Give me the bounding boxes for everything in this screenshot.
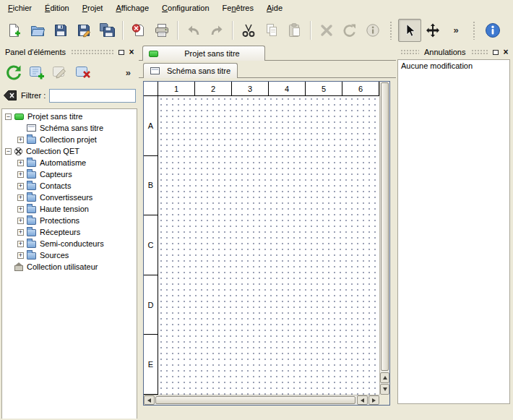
new-document-button[interactable] [3,19,26,42]
scroll-right-button[interactable] [368,395,379,405]
clear-filter-button[interactable] [3,90,17,101]
panel-overflow-button[interactable]: » [124,67,133,78]
about-button[interactable] [481,19,504,42]
tree-item-label: Collection utilisateur [27,262,98,271]
column-headers: 123456 [158,82,379,96]
tree-item-capteurs[interactable]: +Capteurs [2,168,137,180]
dock-handle[interactable] [471,49,489,55]
main-toolbar: » [0,15,513,45]
minus-expander-icon[interactable]: − [5,113,12,120]
menu-aide[interactable]: Aide [260,1,289,14]
folder-icon [27,229,36,236]
plus-expander-icon[interactable]: + [17,137,24,143]
elements-panel-titlebar[interactable]: Panel d'éléments × [2,46,137,58]
folder-icon [27,183,36,190]
row-header-d: D [144,275,158,335]
plus-expander-icon[interactable]: + [17,206,24,213]
elements-tree[interactable]: −Projet sans titreSchéma sans titre+Coll… [1,108,137,419]
undo-button[interactable] [182,19,205,42]
pan-mode-button[interactable] [421,19,444,42]
redo-button[interactable] [205,19,228,42]
minus-expander-icon[interactable]: − [5,148,12,155]
edit-element-button[interactable] [49,61,71,83]
edit-element-icon [51,64,69,81]
save-as-button[interactable] [72,19,95,42]
menu-fenetres[interactable]: Fenêtres [216,1,260,14]
print-button[interactable] [150,19,173,42]
paste-button[interactable] [283,19,306,42]
diagram-view[interactable]: 123456 ABCDE [143,81,390,406]
delete-element-button[interactable] [72,61,94,83]
select-mode-button[interactable] [398,19,421,42]
plus-expander-icon[interactable]: + [17,171,24,178]
project-tab-label: Projet sans titre [165,49,259,58]
tree-item-sources[interactable]: +Sources [2,249,137,261]
dock-float-button[interactable] [491,48,501,57]
plus-expander-icon[interactable]: + [17,183,24,189]
vertical-scrollbar[interactable] [379,82,389,395]
toolbar-overflow-button[interactable]: » [444,19,467,42]
scroll-left-button[interactable] [144,395,155,405]
elements-panel-dock: Panel d'éléments × [0,45,139,420]
tree-item-collection-qet[interactable]: −Collection QET [2,145,137,157]
menu-fichier[interactable]: Fichier [1,1,38,14]
tree-item-convertisseurs[interactable]: +Convertisseurs [2,192,137,203]
filter-input[interactable] [49,89,136,103]
filter-label: Filtrer : [21,91,46,100]
plus-expander-icon[interactable]: + [17,229,24,236]
tree-item-schema-sans-titre[interactable]: Schéma sans titre [2,122,137,134]
dock-handle[interactable] [400,49,419,55]
copy-button[interactable] [260,19,283,42]
tree-item-label: Protections [40,216,79,225]
horizontal-scrollbar-thumb[interactable] [155,396,355,404]
rotate-button[interactable] [338,19,361,42]
undo-panel-titlebar[interactable]: Annulations × [398,46,511,58]
close-document-button[interactable] [127,19,150,42]
menu-projet[interactable]: Projet [76,1,110,14]
plus-expander-icon[interactable]: + [17,218,24,224]
open-project-button[interactable] [26,19,49,42]
scroll-up-button[interactable] [380,372,389,383]
save-button[interactable] [49,19,72,42]
tree-item-contacts[interactable]: +Contacts [2,180,137,192]
vertical-scrollbar-thumb[interactable] [381,82,389,371]
plus-expander-icon[interactable]: + [17,241,24,247]
undo-history-list[interactable]: Aucune modification [397,59,510,404]
delete-button[interactable] [315,19,338,42]
tab-schema[interactable]: Schéma sans titre [143,63,238,78]
tab-project[interactable]: Projet sans titre [142,46,265,61]
menu-edition[interactable]: Édition [38,1,76,14]
dock-close-button[interactable]: × [501,48,511,57]
element-info-button[interactable] [361,19,384,42]
menu-configuration[interactable]: Configuration [155,1,215,14]
cut-button[interactable] [237,19,260,42]
arrow-down-icon [383,387,387,391]
reload-collections-button[interactable] [3,61,25,83]
tree-item-projet-sans-titre[interactable]: −Projet sans titre [2,111,137,122]
horizontal-scrollbar[interactable] [144,395,379,405]
dock-close-button[interactable]: × [126,48,137,57]
save-all-button[interactable] [95,19,118,42]
toolbar-handle[interactable] [389,21,393,40]
folder-icon [27,160,36,167]
tree-item-semi-conducteurs[interactable]: +Semi-conducteurs [2,238,137,249]
tree-item-haute-tension[interactable]: +Haute tension [2,203,137,215]
toolbar-handle[interactable] [473,21,476,40]
scroll-down-button[interactable] [380,384,389,395]
dock-handle[interactable] [71,49,114,55]
tree-item-automatisme[interactable]: +Automatisme [2,157,137,168]
tree-item-collection-utilisateur[interactable]: Collection utilisateur [2,261,137,273]
tree-item-collection-projet[interactable]: +Collection projet [2,134,137,145]
scroll-left-button-2[interactable] [357,395,368,405]
menu-affichage[interactable]: Affichage [109,1,155,14]
plus-expander-icon[interactable]: + [17,252,24,259]
new-element-button[interactable] [26,61,48,83]
diagram-canvas[interactable]: 123456 ABCDE [144,82,379,395]
qet-icon [14,147,22,155]
row-headers: ABCDE [144,96,158,395]
dock-float-button[interactable] [116,48,126,57]
tree-item-recepteurs[interactable]: +Récepteurs [2,226,137,238]
tree-item-protections[interactable]: +Protections [2,215,137,226]
plus-expander-icon[interactable]: + [17,160,24,166]
plus-expander-icon[interactable]: + [17,194,24,201]
